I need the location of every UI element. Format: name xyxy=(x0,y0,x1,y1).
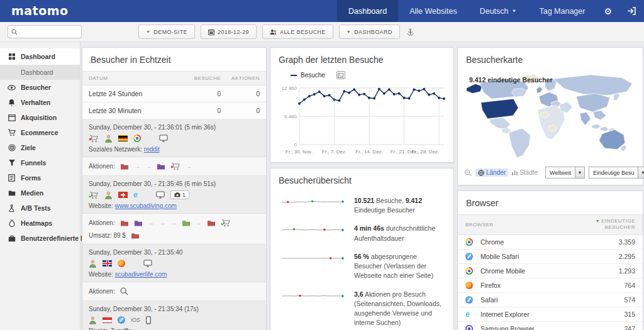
referrer-label: Direkte Zugriffe xyxy=(89,327,131,330)
overview-row: 56 % abgesprungene Besucher (Verlassen d… xyxy=(270,248,453,285)
camera-count-badge: 1 xyxy=(170,190,189,199)
staedte-label: Städte xyxy=(519,169,538,176)
legend-label: Besuche xyxy=(301,72,325,79)
world-map-svg xyxy=(463,71,638,163)
sign-in-icon[interactable] xyxy=(619,0,644,22)
cart-ok-icon xyxy=(89,191,99,199)
sidebar-item-heatmaps[interactable]: Heatmaps xyxy=(0,216,80,231)
browser-row[interactable]: Chrome3.359 xyxy=(458,235,643,250)
export-image-icon[interactable] xyxy=(336,71,345,79)
sidebar-item-label: Akquisition xyxy=(21,114,57,121)
map-mode-laender[interactable]: Länder xyxy=(475,168,508,177)
windows-icon xyxy=(147,135,153,142)
browser-title: Browser xyxy=(458,191,643,214)
sidebar-item-a-b-tests[interactable]: A/B Tests xyxy=(0,201,80,216)
browser-row[interactable]: Safari574 xyxy=(458,293,643,307)
matomo-logo: matomo xyxy=(0,0,69,22)
summary-besuche: 0 xyxy=(182,90,221,97)
sidebar-item-forms[interactable]: Forms xyxy=(0,170,80,185)
sort-desc-icon: ▼ xyxy=(596,219,600,223)
visit-datetime: Sunday, December 30, - 21:35:34 (17s) xyxy=(89,305,260,312)
sidebar-item-akquisition[interactable]: Akquisition xyxy=(0,110,80,125)
visit-actions-row: Aktionen:→→→→Umsatz: 89 $ xyxy=(82,214,266,245)
cart-icon xyxy=(8,129,16,136)
nav-dashboard[interactable]: Dashboard xyxy=(337,0,398,22)
visit-icons xyxy=(89,259,260,268)
sidebar-item-funnels[interactable]: Funnels xyxy=(0,155,80,170)
browser-name: Chrome Mobile xyxy=(480,267,591,275)
svg-text:Fr., 28. Dez.: Fr., 28. Dez. xyxy=(411,149,439,155)
visitor-icon xyxy=(89,316,97,324)
map-metric-select[interactable]: Eindeutige Besu ▼ xyxy=(589,167,644,179)
bar-chart-icon xyxy=(512,170,518,175)
referrer-link[interactable]: www.scubadiving.com xyxy=(115,202,177,209)
referrer-label: Website: xyxy=(89,202,115,209)
realtime-panel: Besucher in Echtzeit DATUM BESUCHE AKTIO… xyxy=(82,47,267,330)
browser-row[interactable]: Firefox764 xyxy=(458,278,643,293)
arrow-right-icon: → xyxy=(186,163,192,170)
svg-text:6.480: 6.480 xyxy=(284,114,297,119)
visitor-icon xyxy=(104,191,113,199)
col-datum: DATUM xyxy=(89,75,182,81)
segment-selector-button[interactable]: ALLE BESUCHE xyxy=(262,25,333,39)
browser-name: Chrome xyxy=(480,238,591,246)
sidebar-item-verhalten[interactable]: Verhalten xyxy=(0,95,80,110)
safari-icon xyxy=(118,316,125,324)
map-mode-staedte[interactable]: Städte xyxy=(512,169,538,176)
col-eindeutige-besucher[interactable]: ▼EINDEUTIGE BESUCHER xyxy=(579,218,635,231)
map-region-select[interactable]: Weltweit ▼ xyxy=(545,167,585,179)
visitor-icon xyxy=(104,135,113,143)
col-aktionen: AKTIONEN xyxy=(221,75,260,81)
chevron-down-icon: ▼ xyxy=(638,167,644,178)
col-value-label: EINDEUTIGE BESUCHER xyxy=(601,218,635,230)
browser-panel: Browser BROWSER ▼EINDEUTIGE BESUCHER Chr… xyxy=(457,190,643,330)
referrer-link[interactable]: scubadiverlife.com xyxy=(115,271,167,278)
drop-icon xyxy=(8,219,16,227)
folder-icon xyxy=(120,163,129,170)
samsung-icon xyxy=(465,325,473,330)
actions-label: Aktionen: xyxy=(89,288,115,295)
date-selector-button[interactable]: 2018-12-29 xyxy=(201,25,257,39)
sidebar-item-besucher[interactable]: Besucher xyxy=(0,80,80,95)
browser-row[interactable]: Samsung Browser247 xyxy=(458,322,643,330)
col-browser[interactable]: BROWSER xyxy=(465,222,579,228)
browser-row[interactable]: Chrome Mobile1.293 xyxy=(458,264,643,278)
svg-text:Fr., 30. Nov.: Fr., 30. Nov. xyxy=(286,149,313,155)
settings-gear-icon[interactable]: ⚙ xyxy=(596,0,619,22)
overview-row: 10.521 Besuche, 9.412 Eindeutige Besuche… xyxy=(270,192,453,219)
flag-gb-icon xyxy=(103,260,112,267)
visit-datetime: Sunday, December 30, - 21:35:40 xyxy=(89,249,260,256)
sidebar-item-benutzerdefinierte-berichte[interactable]: Benutzerdefinierte Berichte xyxy=(0,231,80,246)
sparkline xyxy=(279,253,345,264)
browser-row[interactable]: eInternet Explorer315 xyxy=(458,307,643,322)
navbar-menu: Dashboard Alle Websites Deutsch ▼ Tag Ma… xyxy=(337,0,644,22)
metric-select-value: Eindeutige Besu xyxy=(589,170,638,176)
visits-line-chart[interactable]: 06.48012.960Fr., 30. Nov.Fr., 7. Dez.Fr.… xyxy=(270,80,453,162)
anchor-icon[interactable] xyxy=(407,28,414,36)
world-map[interactable]: 9.412 eindeutige Besucher xyxy=(458,71,643,163)
sidebar-item-ziele[interactable]: Ziele xyxy=(0,140,80,155)
visit-icons: iOS xyxy=(89,316,260,324)
search-box[interactable] xyxy=(8,25,82,38)
sidebar-item-dashboard[interactable]: Dashboard xyxy=(0,65,80,80)
nav-alle-websites[interactable]: Alle Websites xyxy=(398,0,469,22)
referrer-link[interactable]: reddit xyxy=(144,146,160,153)
monitor-icon xyxy=(143,260,152,267)
nav-language[interactable]: Deutsch ▼ xyxy=(469,0,528,22)
graph-legend: Besuche xyxy=(270,71,453,80)
sidebar-item-medien[interactable]: Medien xyxy=(0,185,80,201)
sidebar-item-ecommerce[interactable]: Ecommerce xyxy=(0,125,80,140)
browser-row[interactable]: Mobile Safari2.295 xyxy=(458,250,643,264)
site-selector-button[interactable]: ▼ DEMO-SITE xyxy=(138,25,195,39)
sidebar-item-dashboard[interactable]: Dashboard xyxy=(0,48,80,65)
sparkline xyxy=(279,224,345,236)
zoom-out-icon[interactable] xyxy=(464,169,472,177)
svg-text:12.960: 12.960 xyxy=(282,85,297,91)
search-input[interactable] xyxy=(20,28,77,35)
nav-tag-manager[interactable]: Tag Manager xyxy=(528,0,596,22)
folder-icon xyxy=(8,190,16,196)
form-icon xyxy=(8,174,16,182)
sparkline xyxy=(279,197,345,208)
col-besuche: BESUCHE xyxy=(182,75,221,81)
dashboard-selector-button[interactable]: ▼ DASHBOARD xyxy=(339,25,400,39)
